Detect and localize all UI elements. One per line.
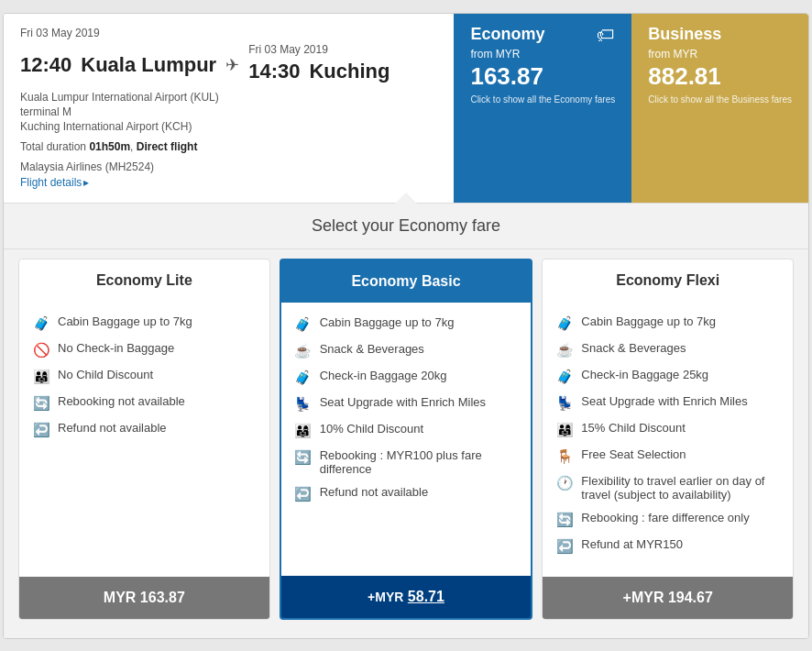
no-child-icon: 👨‍👩‍👧	[32, 369, 50, 385]
arrival-time: 14:30	[248, 60, 300, 83]
flexi-feature-2: ☕ Snack & Beverages	[555, 341, 780, 359]
economy-lite-body: 🧳 Cabin Baggage up to 7kg 🚫 No Check-in …	[19, 302, 269, 577]
lite-price: MYR 163.87	[104, 590, 185, 605]
departure-date: Fri 03 May 2019	[20, 27, 437, 39]
flexi-footer[interactable]: +MYR 194.67	[543, 577, 793, 619]
business-fare-box[interactable]: Business from MYR 882.81 Click to show a…	[631, 14, 808, 203]
flexi-feature-3-text: Check-in Baggage 25kg	[581, 368, 708, 381]
lite-feature-3-text: No Child Discount	[58, 368, 153, 381]
basic-seat-icon: 💺	[294, 396, 313, 413]
fare-boxes: 🏷 Economy from MYR 163.87 Click to show …	[454, 14, 808, 203]
flexi-feature-4-text: Seat Upgrade with Enrich Miles	[581, 394, 747, 408]
flexi-feature-2-text: Snack & Beverages	[581, 341, 686, 355]
flexi-flex-icon: 🕐	[555, 475, 574, 491]
basic-feature-1-text: Cabin Baggage up to 7kg	[320, 315, 455, 329]
basic-snack-icon: ☕	[294, 343, 313, 359]
departure-time: 12:40	[20, 53, 71, 77]
flight-details: Fri 03 May 2019 12:40 Kuala Lumpur ✈ Fri…	[4, 14, 454, 203]
flexi-free-seat-icon: 🪑	[555, 448, 574, 465]
economy-from: from MYR	[470, 48, 615, 61]
flexi-feature-9-text: Refund at MYR150	[581, 537, 683, 551]
arrival-info: 14:30 Kuching	[248, 60, 390, 83]
economy-lite-card[interactable]: Economy Lite 🧳 Cabin Baggage up to 7kg 🚫…	[18, 259, 270, 620]
basic-feature-3: 🧳 Check-in Baggage 20kg	[294, 369, 519, 386]
plane-icon: ✈	[225, 55, 239, 75]
lite-feature-5-text: Refund not available	[58, 421, 167, 435]
basic-feature-5: 👨‍👩‍👧 10% Child Discount	[294, 422, 519, 439]
lite-feature-1: 🧳 Cabin Baggage up to 7kg	[32, 314, 257, 332]
flight-details-link[interactable]: Flight details▸	[20, 176, 89, 189]
flight-details-label: Flight details	[20, 176, 82, 189]
cabin-baggage-icon: 🧳	[32, 315, 50, 332]
flexi-price: +MYR 194.67	[623, 590, 713, 605]
economy-basic-header: Economy Basic	[281, 260, 532, 303]
flight-duration: 01h50m	[89, 140, 130, 153]
flexi-feature-5: 👨‍👩‍👧 15% Child Discount	[555, 421, 780, 438]
flexi-feature-4: 💺 Seat Upgrade with Enrich Miles	[555, 394, 780, 412]
flexi-feature-1: 🧳 Cabin Baggage up to 7kg	[555, 314, 780, 332]
no-checkin-icon: 🚫	[32, 342, 50, 359]
economy-flexi-body: 🧳 Cabin Baggage up to 7kg ☕ Snack & Beve…	[543, 302, 793, 577]
page-wrapper: Fri 03 May 2019 12:40 Kuala Lumpur ✈ Fri…	[3, 13, 809, 639]
economy-flexi-card[interactable]: Economy Flexi 🧳 Cabin Baggage up to 7kg …	[542, 259, 794, 620]
arrival-city: Kuching	[309, 60, 390, 83]
flexi-feature-6: 🪑 Free Seat Selection	[555, 447, 780, 465]
flexi-snack-icon: ☕	[555, 342, 574, 359]
flexi-child-icon: 👨‍👩‍👧	[555, 422, 574, 438]
basic-rebook-icon: 🔄	[294, 449, 313, 466]
economy-click-label: Click to show all the Economy fares	[470, 94, 615, 105]
basic-feature-5-text: 10% Child Discount	[320, 422, 423, 436]
lite-feature-4: 🔄 Rebooking not available	[32, 394, 257, 412]
basic-feature-4-text: Seat Upgrade with Enrich Miles	[320, 395, 486, 409]
select-fare-title: Select your Economy fare	[312, 216, 500, 235]
lite-footer[interactable]: MYR 163.87	[19, 577, 269, 619]
flexi-seat-icon: 💺	[555, 395, 574, 412]
flexi-feature-7-text: Flexibility to travel earlier on day of …	[581, 474, 780, 502]
basic-refund-icon: ↩️	[294, 486, 313, 502]
economy-label: Economy	[470, 25, 615, 44]
basic-feature-7-text: Refund not available	[320, 485, 429, 499]
basic-feature-4: 💺 Seat Upgrade with Enrich Miles	[294, 395, 519, 413]
no-refund-icon: ↩️	[32, 422, 50, 438]
basic-feature-3-text: Check-in Baggage 20kg	[320, 369, 447, 382]
economy-fare-box[interactable]: 🏷 Economy from MYR 163.87 Click to show …	[454, 14, 631, 203]
economy-lite-header: Economy Lite	[19, 259, 269, 302]
fare-cards-section: Economy Lite 🧳 Cabin Baggage up to 7kg 🚫…	[4, 249, 808, 638]
business-price: 882.81	[648, 62, 792, 91]
lite-feature-4-text: Rebooking not available	[58, 394, 185, 408]
economy-tag-icon: 🏷	[597, 25, 615, 46]
airline-info: Malaysia Airlines (MH2524)	[20, 160, 437, 173]
basic-child-icon: 👨‍👩‍👧	[294, 423, 313, 439]
no-rebook-icon: 🔄	[32, 395, 50, 412]
economy-price: 163.87	[470, 62, 615, 91]
business-from: from MYR	[648, 48, 792, 61]
lite-feature-2-text: No Check-in Baggage	[58, 341, 174, 355]
basic-cabin-icon: 🧳	[294, 316, 313, 333]
basic-footer[interactable]: +MYR 58.71	[281, 576, 532, 618]
economy-flexi-header: Economy Flexi	[543, 259, 793, 302]
flexi-feature-7: 🕐 Flexibility to travel earlier on day o…	[555, 474, 780, 502]
economy-basic-card[interactable]: Economy Basic 🧳 Cabin Baggage up to 7kg …	[280, 259, 533, 620]
lite-feature-3: 👨‍👩‍👧 No Child Discount	[32, 368, 257, 385]
flexi-feature-8: 🔄 Rebooking : fare difference only	[555, 511, 780, 528]
flexi-feature-8-text: Rebooking : fare difference only	[581, 511, 749, 524]
departure-terminal: terminal M	[20, 105, 437, 118]
lite-feature-2: 🚫 No Check-in Baggage	[32, 341, 257, 359]
select-fare-header: Select your Economy fare	[4, 203, 808, 249]
flexi-refund-icon: ↩️	[555, 538, 574, 555]
flexi-rebook-icon: 🔄	[555, 512, 574, 528]
flexi-feature-1-text: Cabin Baggage up to 7kg	[581, 314, 716, 328]
basic-feature-1: 🧳 Cabin Baggage up to 7kg	[294, 315, 519, 333]
arrival-date: Fri 03 May 2019	[248, 43, 390, 56]
chevron-up-icon	[393, 193, 419, 205]
flexi-feature-5-text: 15% Child Discount	[581, 421, 685, 435]
basic-checkin-icon: 🧳	[294, 370, 313, 386]
basic-feature-6: 🔄 Rebooking : MYR100 plus fare differenc…	[294, 448, 519, 476]
basic-feature-2-text: Snack & Beverages	[320, 342, 424, 356]
flight-type: Direct flight	[137, 140, 198, 153]
basic-feature-7: ↩️ Refund not available	[294, 485, 519, 502]
basic-feature-6-text: Rebooking : MYR100 plus fare difference	[320, 448, 519, 476]
departure-city: Kuala Lumpur	[81, 53, 216, 77]
basic-price: 58.71	[408, 589, 444, 604]
flexi-feature-3: 🧳 Check-in Baggage 25kg	[555, 368, 780, 385]
